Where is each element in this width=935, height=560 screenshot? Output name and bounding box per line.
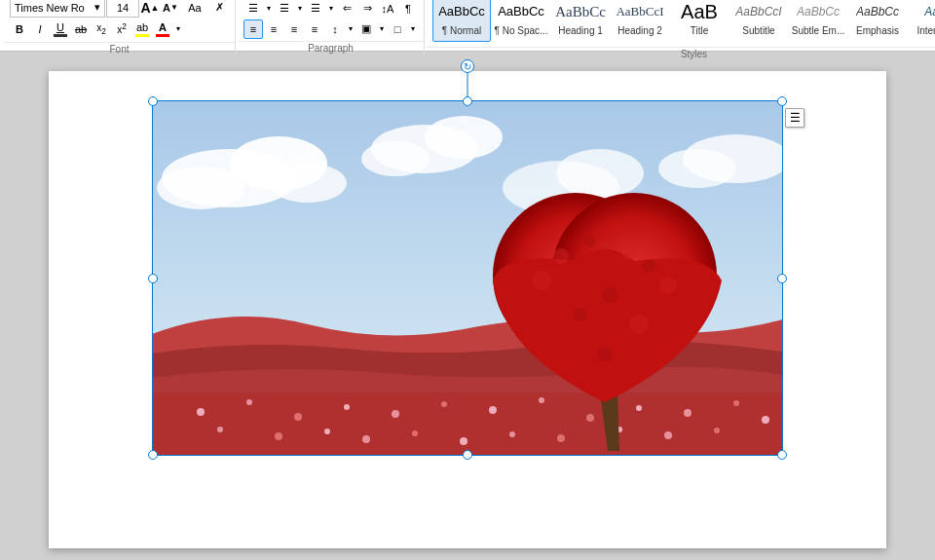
sort-button[interactable]: ↕A — [378, 0, 397, 19]
bullets-arrow[interactable]: ▾ — [264, 0, 274, 19]
svg-point-27 — [275, 432, 282, 440]
clear-formatting-button[interactable]: ✗ — [209, 0, 229, 18]
superscript-button[interactable]: x2 — [112, 19, 131, 39]
styles-items: AaBbCc¶ NormalAaBbCc¶ No Spac...AaBbCcHe… — [432, 0, 935, 42]
svg-point-47 — [629, 315, 649, 334]
style-item-heading1[interactable]: AaBbCcHeading 1 — [551, 0, 610, 42]
style-item-title[interactable]: AaBTitle — [670, 0, 729, 42]
svg-point-25 — [762, 416, 769, 424]
multilevel-button[interactable]: ☰ — [306, 0, 325, 19]
svg-point-18 — [441, 401, 447, 407]
increase-indent-button[interactable]: ⇒ — [357, 0, 377, 19]
font-row2: B I U ab x2 x2 ab A — [10, 19, 229, 40]
font-size-selector[interactable]: 14 — [106, 0, 139, 18]
svg-point-13 — [197, 408, 205, 416]
svg-point-17 — [392, 410, 399, 418]
font-name-value: Times New Ro — [15, 2, 85, 14]
paragraph-group-label: Paragraph — [238, 41, 424, 55]
layout-options-button[interactable]: ☰ — [785, 108, 804, 128]
layout-icon-symbol: ☰ — [790, 111, 801, 125]
subscript-button[interactable]: x2 — [92, 19, 111, 39]
font-row1: Times New Ro ▾ 14 A▲ A▼ Aa ✗ — [10, 0, 229, 18]
rotate-handle[interactable]: ↻ — [461, 59, 474, 73]
font-color-button[interactable]: A — [153, 19, 172, 40]
document-area: ↻ — [0, 52, 935, 560]
svg-point-15 — [294, 413, 302, 421]
font-group-content: Times New Ro ▾ 14 A▲ A▼ Aa ✗ B I U — [4, 0, 235, 42]
style-item-intense[interactable]: AaBlIntense... — [908, 0, 935, 42]
borders-button[interactable]: □ — [388, 19, 407, 39]
paragraph-group: ☰ ▾ ☰ ▾ ☰ ▾ ⇐ ⇒ ↕A ¶ ≡ ≡ ≡ ≡ ↕ ▾ — [238, 0, 425, 55]
svg-point-43 — [532, 271, 551, 290]
line-spacing-arrow[interactable]: ▾ — [346, 19, 355, 39]
styles-group: AaBbCc¶ NormalAaBbCc¶ No Spac...AaBbCcHe… — [427, 0, 935, 60]
style-item-heading2[interactable]: AaBbCcIHeading 2 — [611, 0, 669, 42]
svg-point-28 — [324, 429, 330, 434]
italic-button[interactable]: I — [30, 19, 50, 39]
shading-button[interactable]: ▣ — [356, 19, 376, 39]
style-item-emphasis[interactable]: AaBbCcEmphasis — [848, 0, 907, 42]
font-color-indicator — [156, 34, 169, 37]
svg-point-31 — [460, 437, 468, 445]
numbering-arrow[interactable]: ▾ — [295, 0, 305, 19]
para-row2: ≡ ≡ ≡ ≡ ↕ ▾ ▣ ▾ □ ▾ — [243, 19, 418, 39]
font-shrink-button[interactable]: A▼ — [161, 0, 180, 18]
rotate-handle-line — [468, 71, 468, 100]
underline-color — [54, 34, 67, 37]
svg-point-21 — [586, 414, 594, 422]
multilevel-arrow[interactable]: ▾ — [326, 0, 336, 19]
svg-point-16 — [344, 404, 350, 410]
shading-arrow[interactable]: ▾ — [377, 19, 387, 39]
svg-point-3 — [157, 167, 244, 209]
justify-button[interactable]: ≡ — [305, 19, 324, 39]
svg-point-29 — [362, 435, 370, 443]
svg-point-40 — [584, 236, 596, 247]
decrease-indent-button[interactable]: ⇐ — [337, 0, 356, 19]
svg-point-46 — [574, 308, 587, 321]
svg-point-35 — [664, 431, 672, 439]
svg-point-33 — [557, 434, 565, 442]
line-spacing-button[interactable]: ↕ — [325, 19, 345, 39]
highlight-color — [135, 34, 149, 37]
style-item-no-space[interactable]: AaBbCc¶ No Spac... — [492, 0, 550, 42]
svg-point-19 — [489, 406, 497, 414]
strikethrough-button[interactable]: ab — [71, 19, 91, 39]
change-case-button[interactable]: Aa — [181, 0, 208, 18]
ribbon: Times New Ro ▾ 14 A▲ A▼ Aa ✗ B I U — [0, 0, 935, 52]
svg-point-23 — [684, 409, 692, 417]
svg-point-39 — [553, 248, 569, 264]
font-color-arrow[interactable]: ▾ — [173, 19, 183, 39]
svg-point-24 — [733, 400, 739, 406]
svg-point-41 — [620, 243, 638, 260]
font-name-arrow: ▾ — [94, 1, 100, 14]
style-item-normal[interactable]: AaBbCc¶ Normal — [432, 0, 491, 42]
para-row1: ☰ ▾ ☰ ▾ ☰ ▾ ⇐ ⇒ ↕A ¶ — [243, 0, 418, 19]
bullets-button[interactable]: ☰ — [243, 0, 263, 19]
show-formatting-button[interactable]: ¶ — [398, 0, 418, 19]
style-item-subtitle[interactable]: AaBbCcISubtitle — [729, 0, 788, 42]
heart-tree-image — [152, 100, 783, 456]
highlight-button[interactable]: ab — [132, 19, 152, 40]
font-group-label: Font — [4, 42, 235, 56]
svg-point-45 — [659, 277, 677, 294]
align-left-button[interactable]: ≡ — [243, 19, 263, 39]
svg-point-7 — [361, 141, 430, 176]
image-container[interactable]: ↻ — [152, 100, 783, 456]
font-name-selector[interactable]: Times New Ro ▾ — [10, 0, 105, 18]
svg-point-44 — [602, 287, 617, 303]
underline-button[interactable]: U — [51, 19, 70, 40]
align-center-button[interactable]: ≡ — [264, 19, 283, 39]
borders-arrow[interactable]: ▾ — [408, 19, 418, 39]
svg-point-36 — [714, 428, 720, 433]
font-size-value: 14 — [117, 2, 129, 14]
svg-point-22 — [636, 405, 642, 411]
bold-button[interactable]: B — [10, 19, 29, 39]
align-right-button[interactable]: ≡ — [284, 19, 304, 39]
svg-point-11 — [658, 149, 736, 188]
font-grow-button[interactable]: A▲ — [140, 0, 160, 18]
svg-point-30 — [412, 430, 418, 436]
ribbon-top: Times New Ro ▾ 14 A▲ A▼ Aa ✗ B I U — [0, 0, 935, 51]
svg-point-9 — [556, 149, 644, 198]
style-item-subtle-em[interactable]: AaBbCcSubtle Em... — [789, 0, 847, 42]
numbering-button[interactable]: ☰ — [275, 0, 294, 19]
